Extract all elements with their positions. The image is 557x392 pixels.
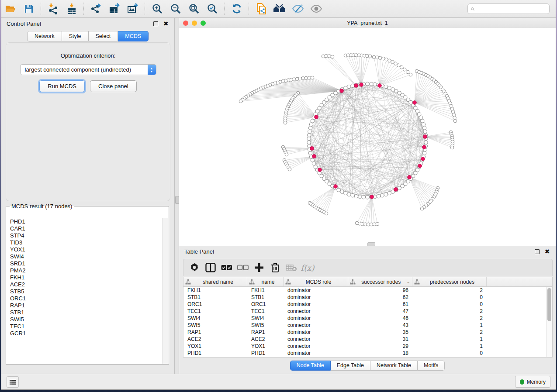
select-all-columns-icon[interactable]: [220, 261, 233, 274]
save-session-icon[interactable]: [21, 2, 37, 16]
table-row[interactable]: TEC1TEC1connector472: [183, 308, 552, 315]
optimization-label: Optimization criterion:: [6, 52, 170, 59]
table-cell: PHD1: [247, 350, 284, 357]
table-cell: 29: [348, 343, 412, 350]
run-mcds-button[interactable]: Run MCDS: [39, 80, 85, 92]
unselect-all-columns-icon[interactable]: [236, 261, 249, 274]
result-node[interactable]: PHD1: [7, 218, 163, 225]
close-table-panel-icon[interactable]: ✖: [544, 248, 550, 255]
result-node[interactable]: SRD1: [7, 260, 163, 267]
table-options-gear-icon[interactable]: [188, 261, 201, 274]
result-node[interactable]: CAR1: [7, 225, 163, 232]
table-cell: 2: [412, 287, 487, 294]
export-image-icon[interactable]: [125, 2, 141, 16]
table-cell: dominator: [284, 315, 348, 322]
column-header-successor-nodes[interactable]: successor nodes⌄: [348, 277, 412, 286]
result-node[interactable]: STP4: [7, 232, 163, 239]
result-node[interactable]: TID3: [7, 239, 163, 246]
add-column-icon[interactable]: [253, 261, 266, 274]
tab-motifs[interactable]: Motifs: [418, 361, 445, 371]
zoom-fit-icon[interactable]: [186, 2, 202, 16]
table-scrollbar[interactable]: [546, 287, 552, 357]
result-node[interactable]: PMA2: [7, 267, 163, 274]
table-cell: 31: [348, 336, 412, 343]
optimization-select[interactable]: largest connected component (undirected)…: [20, 64, 156, 75]
table-panel-title: Table Panel: [184, 248, 214, 255]
table-row[interactable]: YOX1YOX1connector291: [183, 343, 552, 350]
node-table[interactable]: shared namenameMCDS rolesuccessor nodes⌄…: [183, 277, 553, 358]
result-node[interactable]: STB1: [7, 309, 163, 316]
zoom-in-icon[interactable]: [149, 2, 165, 16]
close-panel-icon[interactable]: ✖: [163, 21, 169, 27]
result-node[interactable]: FKH1: [7, 274, 163, 281]
zoom-selected-icon[interactable]: [204, 2, 220, 16]
refresh-layout-icon[interactable]: [229, 2, 245, 16]
network-canvas[interactable]: [179, 28, 556, 246]
import-network-icon[interactable]: [45, 2, 61, 16]
result-node[interactable]: SWI4: [7, 253, 163, 260]
result-scrollbar[interactable]: [162, 218, 168, 364]
mcds-result-list[interactable]: PHD1CAR1STP4TID3YOX1SWI4SRD1PMA2FKH1ACE2…: [7, 218, 163, 364]
table-scrollbar-thumb[interactable]: [547, 288, 551, 321]
network-titlebar[interactable]: YPA_prune.txt_1: [179, 18, 556, 28]
show-columns-icon[interactable]: [204, 261, 217, 274]
hide-selected-icon[interactable]: [290, 2, 306, 16]
open-file-icon[interactable]: [3, 2, 18, 16]
table-cell: 1: [412, 343, 487, 350]
tab-mcds[interactable]: MCDS: [118, 31, 149, 41]
delete-columns-icon[interactable]: [269, 261, 282, 274]
table-row[interactable]: SWI4SWI4dominator462: [183, 315, 552, 322]
tab-style[interactable]: Style: [62, 31, 89, 41]
table-row[interactable]: ACE2ACE2connector311: [183, 336, 552, 343]
result-node[interactable]: ACE2: [7, 281, 163, 288]
tab-node-table[interactable]: Node Table: [290, 361, 331, 371]
export-table-icon[interactable]: [107, 2, 122, 16]
result-node[interactable]: GCR1: [7, 330, 163, 337]
table-row[interactable]: SWI5SWI5connector431: [183, 322, 552, 329]
table-row[interactable]: PHD1PHD1dominator180: [183, 350, 552, 357]
result-node[interactable]: TEC1: [7, 323, 163, 330]
table-row[interactable]: STB1STB1dominator620: [183, 294, 552, 301]
float-table-panel-icon[interactable]: [534, 248, 540, 255]
table-row[interactable]: FKH1FKH1dominator962: [183, 287, 552, 294]
table-cell: 0: [412, 350, 487, 357]
column-tree-icon: [185, 279, 191, 285]
result-node[interactable]: SWI5: [7, 316, 163, 323]
close-panel-button[interactable]: Close panel: [90, 80, 137, 92]
table-cell: connector: [284, 343, 348, 350]
application-window: Control Panel ✖ NetworkStyleSelectMCDS O…: [1, 0, 556, 390]
search-icon: [471, 6, 474, 12]
table-row[interactable]: ORC1ORC1dominator610: [183, 301, 552, 308]
delete-table-icon: [285, 261, 298, 274]
table-cell: FKH1: [247, 287, 284, 294]
result-node[interactable]: ORC1: [7, 295, 163, 302]
tab-network[interactable]: Network: [27, 31, 62, 41]
import-table-icon[interactable]: [64, 2, 80, 16]
show-panels-list-icon[interactable]: [7, 376, 19, 388]
first-neighbors-icon[interactable]: [272, 2, 287, 16]
clone-network-icon[interactable]: [253, 2, 269, 16]
memory-button[interactable]: Memory: [515, 376, 550, 388]
show-all-icon[interactable]: [308, 2, 324, 16]
result-node[interactable]: RAP1: [7, 302, 163, 309]
table-row[interactable]: RAP1RAP1dominator352: [183, 329, 552, 336]
table-cell: 2: [412, 308, 487, 315]
tab-select[interactable]: Select: [89, 31, 118, 41]
table-cell: 46: [348, 315, 412, 322]
search-input[interactable]: [477, 5, 546, 12]
table-cell: ORC1: [247, 301, 284, 308]
tab-network-table[interactable]: Network Table: [370, 361, 418, 371]
column-header-name[interactable]: name: [247, 277, 284, 286]
column-header-shared-name[interactable]: shared name: [183, 277, 247, 286]
column-header-MCDS-role[interactable]: MCDS role: [284, 277, 348, 286]
result-node[interactable]: YOX1: [7, 246, 163, 253]
export-network-icon[interactable]: [88, 2, 104, 16]
search-field[interactable]: [467, 3, 550, 14]
zoom-out-icon[interactable]: [168, 2, 183, 16]
table-cell: 61: [348, 301, 412, 308]
result-node[interactable]: STB5: [7, 288, 163, 295]
tab-edge-table[interactable]: Edge Table: [331, 361, 370, 371]
column-header-predecessor-nodes[interactable]: predecessor nodes: [412, 277, 487, 286]
float-panel-icon[interactable]: [152, 21, 159, 27]
column-label: predecessor nodes: [420, 279, 484, 285]
